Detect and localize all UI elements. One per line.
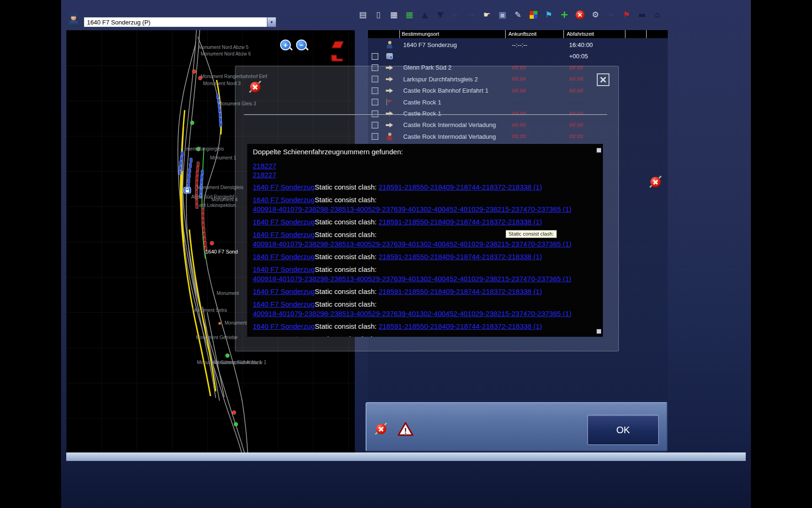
- train-link[interactable]: 1640 F7 Sonderzug: [253, 230, 315, 238]
- red-slope-tool-icon[interactable]: [330, 53, 344, 63]
- grid-green-icon: ▦: [406, 9, 413, 20]
- map-train-label: 1640 F7 Sond: [205, 249, 238, 254]
- map-station-label: Monument Getriebe: [196, 335, 237, 340]
- consist-link[interactable]: 218591-218550-218409-218744-218372-21833…: [379, 183, 542, 191]
- bottom-band: [66, 452, 746, 461]
- consist-link[interactable]: 400918-401079-238298-238513-400529-23763…: [253, 310, 571, 318]
- departure-cell: +00:05: [563, 53, 625, 60]
- map-station-label: Monument Setra: [192, 308, 227, 313]
- zoom-in-button[interactable]: +: [280, 40, 291, 50]
- consist-link[interactable]: 218591-218550-218409-218744-218372-21833…: [379, 253, 542, 261]
- train-link[interactable]: 1640 F7 Sonderzug: [253, 322, 315, 330]
- vehicle-number-link[interactable]: 218227: [253, 162, 276, 170]
- train-link[interactable]: 1640 F7 Sonderzug: [253, 253, 315, 261]
- clash-entry: 1640 F7 SonderzugStatic consist clash: 2…: [253, 322, 597, 331]
- map-station-label: Monument 1: [210, 155, 236, 160]
- train-select[interactable]: 1640 F7 Sonderzug (P) ▼: [84, 17, 276, 27]
- clash-label: Static consist clash:: [315, 196, 377, 204]
- hand-icon: ☛: [483, 9, 490, 20]
- train-driver-icon: [68, 14, 79, 27]
- flag-icon[interactable]: ⚑: [621, 8, 632, 21]
- delete-icon: ×: [576, 10, 585, 19]
- zoom-out-button[interactable]: −: [296, 40, 307, 50]
- gear-icon: [386, 53, 393, 59]
- depot-icon: ⌂: [655, 9, 660, 20]
- insert-before-icon[interactable]: ⇤: [450, 8, 461, 21]
- copy-schedule-icon[interactable]: ▣: [497, 8, 508, 21]
- add-icon[interactable]: +: [559, 8, 570, 21]
- arrow-down-icon: ▼: [437, 9, 443, 20]
- orange-marker: [219, 322, 221, 325]
- consist-link[interactable]: 218591-218550-218409-218744-218372-21833…: [379, 287, 542, 295]
- conductor-icon: [386, 41, 393, 48]
- schedule-row[interactable]: 1640 F7 Sonderzug --:--:-- 16:40:00: [368, 39, 668, 50]
- arrow-up-icon[interactable]: ▲: [419, 8, 430, 21]
- train-link[interactable]: 1640 F7 Sonderzug: [253, 335, 315, 337]
- close-icon[interactable]: [597, 73, 609, 86]
- edit-icon[interactable]: ✎: [512, 8, 523, 21]
- arrow-down-icon[interactable]: ▼: [435, 8, 446, 21]
- row-checkbox[interactable]: [372, 53, 378, 60]
- consist-link[interactable]: 400918-401079-238298-238513-400529-23763…: [253, 240, 571, 248]
- train-link[interactable]: 1640 F7 Sonderzug: [253, 183, 315, 191]
- arrow-up-icon: ▲: [422, 9, 428, 20]
- tooltip: Static consist clash:: [506, 230, 557, 238]
- properties-icon[interactable]: ⚙: [590, 8, 601, 21]
- clash-label: Static consist clash:: [315, 322, 379, 330]
- schedule-row[interactable]: +00:05: [368, 50, 668, 62]
- train-link[interactable]: 1640 F7 Sonderzug: [253, 287, 315, 295]
- hand-icon[interactable]: ☛: [481, 8, 492, 21]
- add-route-icon[interactable]: ⚑: [543, 8, 554, 21]
- trash-icon[interactable]: ▯: [373, 8, 384, 21]
- red-curve-tool-icon[interactable]: [331, 40, 345, 49]
- clash-label: Static consist clash:: [315, 218, 379, 226]
- clash-entry: 1640 F7 SonderzugStatic consist clash: 2…: [253, 217, 597, 227]
- train-link[interactable]: 1640 F7 Sonderzug: [253, 300, 315, 308]
- header-destination: Bestimmungsort: [399, 30, 505, 38]
- insert-after-icon[interactable]: ⇥: [466, 8, 477, 21]
- duplicate-numbers-dialog: Doppelte Schienenfahrzeugnummern gefunde…: [235, 66, 619, 351]
- message-panel: Doppelte Schienenfahrzeugnummern gefunde…: [247, 144, 603, 337]
- train-link[interactable]: 1640 F7 Sonderzug: [253, 218, 315, 226]
- train-link[interactable]: 1640 F7 Sonderzug: [253, 265, 315, 273]
- duplicate-number-list: 218227 218227: [253, 161, 597, 179]
- grid-green-icon[interactable]: ▦: [404, 8, 415, 21]
- insert-after-icon: ⇥: [468, 9, 475, 20]
- exit-icon: ↪: [608, 9, 614, 20]
- consist-link[interactable]: 400918-401079-238298-238513-400529-23763…: [253, 205, 571, 213]
- footer-panel: ! OK: [366, 402, 668, 452]
- insert-before-icon: ⇤: [453, 9, 459, 20]
- train-link[interactable]: 1640 F7 Sonderzug: [253, 196, 315, 204]
- clash-entry: 1640 F7 SonderzugStatic consist clash: 4…: [253, 300, 597, 318]
- cancel-route-icon[interactable]: [248, 80, 262, 94]
- map-station-label: Monument Nord Abzw 5: [198, 45, 249, 50]
- clash-label: Static consist clash:: [315, 335, 377, 337]
- exit-icon[interactable]: ↪: [605, 8, 617, 21]
- footer-cancel-icon[interactable]: [374, 422, 388, 436]
- wagon-icon[interactable]: ▬: [636, 8, 648, 21]
- scroll-square-top[interactable]: [596, 148, 601, 153]
- delete-icon[interactable]: ×: [574, 8, 586, 21]
- cancel-route-icon-2[interactable]: [648, 175, 663, 189]
- clash-label: Static consist clash:: [315, 287, 379, 295]
- warning-icon[interactable]: !: [398, 422, 414, 436]
- vehicle-number-link[interactable]: 218227: [253, 171, 276, 179]
- save-icon[interactable]: ▤: [357, 8, 368, 21]
- ok-button[interactable]: OK: [587, 415, 659, 445]
- clash-label: Static consist clash:: [315, 265, 377, 273]
- clash-label: Static consist clash:: [315, 183, 379, 191]
- clash-entry: 1640 F7 SonderzugStatic consist clash: 4…: [253, 265, 597, 284]
- depot-icon[interactable]: ⌂: [652, 8, 663, 21]
- properties-icon: ⚙: [592, 9, 599, 20]
- toolbar: ▤ ▯ ▦ ▦ ▲ ▼: [357, 8, 663, 21]
- consist-link[interactable]: 218591-218550-218409-218744-218372-21833…: [379, 322, 542, 330]
- map-station-label: Monument Süd Abzw 1: [213, 360, 262, 365]
- train-select-value: 1640 F7 Sonderzug (P): [87, 19, 267, 26]
- scroll-square-bottom[interactable]: [596, 329, 601, 334]
- clash-entry: 1640 F7 SonderzugStatic consist clash: 2…: [253, 287, 597, 296]
- grid-small-icon[interactable]: ▦: [388, 8, 399, 21]
- color-grid-icon[interactable]: [528, 8, 539, 21]
- map-station-label: ment Rangiergleis: [186, 146, 224, 151]
- consist-link[interactable]: 400918-401079-238298-238513-400529-23763…: [253, 275, 571, 283]
- consist-link[interactable]: 218591-218550-218409-218744-218372-21833…: [379, 218, 542, 226]
